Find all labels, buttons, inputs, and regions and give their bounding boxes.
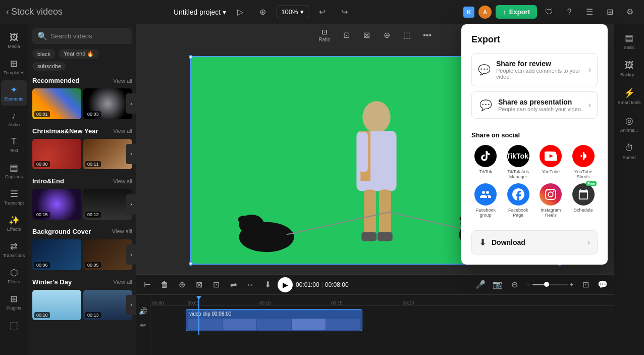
- play-icon-btn[interactable]: ▷: [232, 4, 248, 20]
- schedule-label: Schedule: [574, 208, 593, 213]
- video-btn[interactable]: 📷: [491, 278, 505, 292]
- split-btn[interactable]: ⊢: [140, 278, 154, 292]
- share-for-review-option[interactable]: 💬 Share for review People can add commen…: [471, 53, 598, 86]
- fit-screen-btn[interactable]: ⊡: [339, 27, 355, 43]
- export-button[interactable]: ↑ Export: [496, 5, 537, 19]
- mute-btn[interactable]: ⊖: [508, 278, 522, 292]
- sidebar-item-media[interactable]: 🖼 Media: [1, 28, 27, 53]
- nav-arrow-recommended[interactable]: ›: [126, 93, 136, 114]
- sidebar-item-templates[interactable]: ⊞ Templates: [1, 54, 27, 79]
- undo-button[interactable]: ↩: [314, 4, 331, 20]
- edit-track-btn[interactable]: ✏: [140, 321, 146, 329]
- zoom-button[interactable]: 100% ▾: [277, 6, 308, 18]
- sidebar-item-transitions[interactable]: ⇄ Transitions: [1, 237, 27, 262]
- help-icon-btn[interactable]: ?: [561, 4, 577, 20]
- handle-bl[interactable]: [189, 262, 193, 266]
- fullscreen-btn[interactable]: ⊡: [578, 278, 593, 292]
- video-thumb[interactable]: 00:15: [32, 189, 81, 220]
- social-youtube-shorts[interactable]: YouTube Shorts: [569, 145, 598, 179]
- volume-slider[interactable]: − +: [527, 281, 573, 288]
- social-instagram-reels[interactable]: InstagramReels: [536, 183, 565, 218]
- more-btn[interactable]: •••: [419, 27, 436, 43]
- sidebar-item-captions[interactable]: ▤ Captions: [1, 158, 27, 183]
- video-thumb[interactable]: 00:05: [83, 239, 132, 270]
- video-thumb[interactable]: 00:13: [83, 290, 132, 321]
- handle-tl[interactable]: [189, 55, 193, 59]
- tag-yearend[interactable]: Year end 🔥: [59, 49, 99, 59]
- list-icon-btn[interactable]: ☰: [581, 4, 598, 20]
- sidebar-item-filters[interactable]: ⬡ Filters: [1, 263, 27, 288]
- flip-btn[interactable]: ⇌: [226, 278, 240, 292]
- video-thumb[interactable]: 00:00: [32, 139, 81, 170]
- export-divider-2: [471, 225, 598, 225]
- view-all-winters[interactable]: View all: [113, 279, 132, 285]
- instagram-reels-icon: [540, 183, 562, 206]
- adjust-btn[interactable]: ⊡: [209, 278, 223, 292]
- resize-btn[interactable]: ↔: [243, 278, 257, 292]
- speed-btn[interactable]: ⊕: [175, 278, 189, 292]
- social-tiktok-ads[interactable]: TikTok. TikTok AdsManager: [504, 145, 533, 179]
- delete-btn[interactable]: 🗑: [157, 278, 172, 292]
- share-presentation-option[interactable]: 💬 Share as presentation People can only …: [471, 91, 598, 119]
- crop-btn[interactable]: ⊠: [359, 27, 375, 43]
- social-facebook-group[interactable]: Facebookgroup: [471, 183, 500, 218]
- history-icon-btn[interactable]: ⊕: [254, 4, 271, 20]
- tag-subscribe[interactable]: subscribe: [32, 62, 66, 71]
- social-youtube[interactable]: YouTube: [536, 145, 565, 179]
- nav-arrow-intro[interactable]: ›: [126, 194, 136, 215]
- search-bar[interactable]: 🔍 ⊞: [32, 28, 132, 44]
- video-thumb[interactable]: 00:10: [32, 290, 81, 321]
- video-clip[interactable]: video clip 00:08:00: [186, 309, 362, 331]
- social-tiktok[interactable]: TikTok: [471, 145, 500, 179]
- overlay-btn[interactable]: ⬚: [399, 27, 415, 43]
- video-thumb[interactable]: 00:03: [83, 88, 132, 119]
- sidebar-item-effects[interactable]: ✨ Effects: [1, 211, 27, 236]
- avatar[interactable]: A: [478, 6, 492, 19]
- nav-arrow-background[interactable]: ›: [126, 244, 136, 265]
- sidebar-item-transcript[interactable]: ☰ Transcript: [1, 184, 27, 210]
- video-thumb[interactable]: 00:12: [83, 189, 132, 220]
- social-schedule[interactable]: Free Schedule: [569, 183, 598, 218]
- chevron-left-icon: ‹: [6, 7, 9, 17]
- play-button[interactable]: ▶: [278, 277, 293, 292]
- social-facebook-page[interactable]: FacebookPage: [504, 183, 533, 218]
- search-input[interactable]: [50, 32, 135, 40]
- sidebar-item-elements[interactable]: ✦ Elements: [1, 80, 27, 106]
- view-all-intro[interactable]: View all: [113, 178, 132, 184]
- project-title-btn[interactable]: Untitled project ▾: [174, 8, 226, 16]
- nav-arrow-christmas[interactable]: ›: [126, 144, 136, 164]
- layout-icon-btn[interactable]: ⊞: [602, 4, 618, 20]
- back-button[interactable]: ‹ Stock videos: [6, 7, 63, 17]
- audio-btn[interactable]: 🎤: [473, 278, 488, 292]
- rs-item-basic[interactable]: ▤ Basic: [616, 28, 643, 54]
- shield-icon-btn[interactable]: 🛡: [541, 4, 557, 20]
- download-button[interactable]: ⬇ Download ›: [471, 230, 598, 255]
- sidebar-item-audio[interactable]: ♪ Audio: [1, 107, 27, 131]
- transform-btn[interactable]: ⊕: [379, 27, 395, 43]
- sidebar-item-plugins[interactable]: ⊞ Plugins: [1, 289, 27, 315]
- rs-item-speed[interactable]: ⏱ Speed: [616, 139, 643, 164]
- caption-btn[interactable]: 💬: [596, 278, 610, 292]
- tag-black[interactable]: black: [32, 49, 56, 59]
- sidebar-label-filters: Filters: [8, 279, 20, 284]
- view-all-christmas[interactable]: View all: [113, 128, 132, 134]
- export-divider: [471, 126, 598, 126]
- rs-item-animate[interactable]: ◎ Animat...: [616, 111, 643, 137]
- sidebar-item-brand[interactable]: ⬚: [1, 316, 27, 335]
- video-thumb[interactable]: 00:11: [83, 139, 132, 170]
- rs-item-background[interactable]: 🖼 Backgr...: [616, 56, 643, 81]
- video-thumb[interactable]: 00:06: [32, 239, 81, 270]
- video-duration: 00:13: [85, 312, 101, 318]
- sidebar-item-text[interactable]: T Text: [1, 132, 27, 157]
- view-all-background[interactable]: View alll: [112, 228, 132, 234]
- volume-track-btn[interactable]: 🔊: [139, 307, 147, 315]
- nav-arrow-winters[interactable]: ›: [126, 295, 136, 315]
- video-thumb[interactable]: 00:01: [32, 88, 81, 119]
- rs-item-smart-tools[interactable]: ⚡ Smart tools: [616, 83, 643, 109]
- crop-tl-btn[interactable]: ⊠: [192, 278, 206, 292]
- more-tl-btn[interactable]: ⬇: [260, 278, 275, 292]
- view-all-recommended[interactable]: View all: [113, 78, 132, 84]
- ratio-button[interactable]: ⊡ Ratio: [314, 26, 334, 44]
- redo-button[interactable]: ↪: [337, 4, 353, 20]
- settings-icon-btn[interactable]: ⚙: [622, 4, 638, 20]
